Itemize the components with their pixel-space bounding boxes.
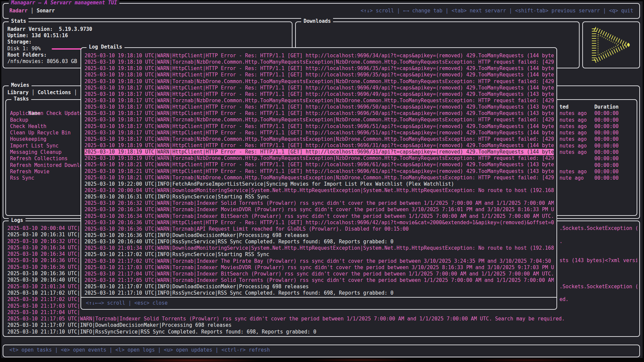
log-row-text: 2025-03-10 20:16:36 UTC| — [7, 270, 80, 277]
log-detail-line[interactable]: 2025-03-10 20:16:36 UTC|INFO|DownloadDec… — [85, 232, 554, 239]
log-detail-line[interactable]: 2025-03-10 19:18:19 UTC|WARN|HttpClient|… — [85, 142, 554, 149]
movies-panel-title: Movies — [9, 82, 32, 88]
task-name: Refresh Monitored Downlo — [10, 162, 83, 168]
task-name: Application Check Update — [10, 110, 83, 116]
log-detail-line[interactable]: 2025-03-10 21:17:02 UTC|WARN|Torznab|Ind… — [85, 258, 554, 264]
log-detail-line[interactable]: 2025-03-10 20:16:36 UTC|WARN|HttpClient|… — [85, 220, 554, 226]
log-detail-line[interactable]: 2025-03-10 20:16:34 UTC|WARN|Torznab|Ind… — [85, 206, 554, 213]
movies-tabs: Library │ Collections │ — [7, 89, 77, 96]
root-folder-path: /nfs/movies: 8056.03 GB f — [7, 58, 83, 64]
log-row-text: 2025-03-10 21:17:05 UTC|WARN|Torznab|Ind… — [7, 316, 565, 322]
log-detail-line[interactable]: 2025-03-10 19:18:17 UTC|WARN|Torznab|Nzb… — [85, 117, 554, 123]
log-details-modal[interactable]: Log Details 2025-03-10 19:18:10 UTC|WARN… — [80, 47, 557, 310]
log-details-lines[interactable]: 2025-03-10 19:18:10 UTC|WARN|HttpClient|… — [85, 53, 554, 296]
log-row-text: 2025-03-10 20:16:32 UTC| — [7, 238, 80, 244]
version-value: 5.19.3.9730 — [59, 26, 92, 32]
log-detail-line[interactable]: 2025-03-10 19:18:10 UTC|WARN|HttpClient|… — [85, 72, 554, 78]
task-duration: 00:00:00 — [594, 123, 619, 130]
task-name: Refresh Movie — [10, 169, 49, 175]
task-duration: 00:00:00 — [594, 162, 619, 169]
bottom-keybindings: <t> open tasks | <e> open events | <l> o… — [9, 347, 270, 353]
log-detail-line[interactable]: 2025-03-10 21:17:07 UTC|INFO|DownloadDec… — [85, 284, 554, 290]
task-last-executed: nutes ago — [559, 143, 587, 149]
play-triangle-icon — [590, 25, 632, 65]
log-detail-line[interactable]: 2025-03-10 19:18:17 UTC|WARN|HttpClient|… — [85, 91, 554, 98]
task-last-executed: nute ago — [559, 175, 584, 181]
log-detail-line[interactable]: 2025-03-10 20:16:34 UTC|WARN|Torznab|Ind… — [85, 213, 554, 220]
log-detail-line[interactable]: 2025-03-10 20:16:40 UTC|INFO|RssSyncServ… — [85, 239, 554, 245]
task-name: Clean Up Recycle Bin — [10, 130, 71, 136]
tasks-col-last-executed: ted — [559, 104, 569, 110]
tab-radarr[interactable]: Radarr — [9, 8, 28, 14]
log-detail-line[interactable]: 2025-03-10 20:16:36 UTC|WARN|Torznab|API… — [85, 226, 554, 232]
log-row[interactable]: 2025-03-10 21:17:10 UTC|INFO|RssSyncServ… — [7, 329, 637, 335]
task-last-executed: nutes ago — [559, 123, 587, 130]
uptime-value: 13d 01:51:16 — [32, 33, 68, 39]
downloads-panel-title: Downloads — [301, 18, 333, 24]
log-row-text: 2025-03-10 21:17:03 UTC| — [7, 303, 80, 309]
root-folders-label: Root Folders: — [7, 52, 47, 58]
log-detail-line[interactable]: 2025-03-10 19:18:17 UTC|WARN|HttpClient|… — [85, 123, 554, 130]
task-name: Messaging Cleanup — [10, 149, 62, 155]
log-detail-line[interactable]: 2025-03-10 19:18:17 UTC|WARN|HttpClient|… — [85, 130, 554, 136]
tasks-col-duration: Duration — [594, 104, 619, 110]
log-detail-line[interactable]: 2025-03-10 21:17:10 UTC|INFO|RssSyncServ… — [85, 290, 554, 296]
log-detail-line[interactable]: 2025-03-10 19:18:10 UTC|WARN|Torznab|Nzb… — [85, 59, 554, 65]
task-name: Check Health — [10, 123, 46, 129]
log-detail-line[interactable]: 2025-03-10 21:17:03 UTC|WARN|Torznab|Ind… — [85, 264, 554, 271]
log-details-keybindings: <↑↓←→> scroll | <esc> close — [81, 297, 556, 309]
managarr-logo — [582, 21, 640, 68]
log-row-text: 2025-03-10 20:16:36 UTC| — [7, 257, 80, 263]
log-detail-line[interactable]: 2025-03-10 19:18:17 UTC|WARN|Torznab|Nzb… — [85, 98, 554, 104]
task-duration: 00:00:00 — [594, 136, 619, 142]
log-detail-line[interactable]: 2025-03-10 20:16:31 UTC|INFO|RssSyncServ… — [85, 194, 554, 200]
tab-divider: │ — [71, 89, 77, 96]
app-title: Managarr — A Servarr management TUI — [9, 0, 119, 6]
log-detail-line[interactable]: 2025-03-10 21:17:02 UTC|INFO|RssSyncServ… — [85, 251, 554, 258]
log-details-title: Log Details — [87, 44, 124, 50]
tab-library[interactable]: Library — [7, 89, 29, 96]
log-detail-line[interactable]: 2025-03-10 19:18:10 UTC|WARN|Torznab|Nzb… — [85, 78, 554, 85]
log-detail-line[interactable]: 2025-03-10 21:01:34 UTC|WARN|DownloadMon… — [85, 245, 554, 251]
log-detail-line[interactable]: 2025-03-10 19:18:10 UTC|WARN|HttpClient|… — [85, 65, 554, 72]
log-detail-line[interactable]: 2025-03-10 19:22:00 UTC|INFO|FetchAndPar… — [85, 181, 554, 187]
log-row[interactable]: 2025-03-10 21:17:04 UTC| — [7, 309, 637, 316]
log-detail-line[interactable]: 2025-03-10 19:18:10 UTC|WARN|HttpClient|… — [85, 53, 554, 59]
log-detail-line[interactable]: 2025-03-10 20:16:32 UTC|WARN|Torznab|Ind… — [85, 200, 554, 206]
tab-collections[interactable]: Collections — [38, 89, 71, 96]
log-row-text: 2025-03-10 20:16:31 UTC| — [7, 232, 80, 238]
task-name: Backup — [10, 117, 28, 123]
task-last-executed: nutes ago — [559, 110, 587, 117]
task-name: Import List Sync — [10, 143, 59, 149]
log-detail-line[interactable]: 2025-03-10 19:18:17 UTC|WARN|HttpClient|… — [85, 104, 554, 110]
log-row-text: 2025-03-10 21:17:02 UTC| — [7, 296, 80, 302]
desktop-background-strip — [0, 358, 644, 362]
log-detail-line[interactable]: 2025-03-10 21:17:05 UTC|WARN|Torznab|Ind… — [85, 277, 554, 284]
log-detail-line[interactable]: 2025-03-10 19:18:21 UTC|WARN|HttpClient|… — [85, 162, 554, 168]
log-detail-line[interactable]: 2025-03-10 19:18:21 UTC|WARN|Torznab|Nzb… — [85, 175, 554, 181]
log-detail-line[interactable]: 2025-03-10 19:18:19 UTC|WARN|HttpClient|… — [85, 149, 554, 155]
log-detail-line[interactable]: 2025-03-10 19:18:17 UTC|WARN|HttpClient|… — [85, 110, 554, 117]
servarr-tabs: Radarr │ Sonarr — [9, 8, 55, 14]
log-detail-line[interactable]: 2025-03-10 20:00:04 UTC|WARN|DownloadMon… — [85, 187, 554, 194]
task-last-executed: nutes ago — [559, 136, 587, 142]
log-row-text: 2025-03-10 20:16:34 UTC| — [7, 245, 80, 251]
task-last-executed: nutes ago — [559, 130, 587, 136]
tab-sonarr[interactable]: Sonarr — [37, 8, 55, 14]
log-detail-line[interactable]: 2025-03-10 21:17:04 UTC|WARN|Torznab|Ind… — [85, 271, 554, 277]
task-duration: 00:00:00 — [594, 175, 619, 181]
storage-label: Storage: — [7, 39, 32, 45]
version-label: Radarr Version: — [7, 26, 53, 32]
stats-version-row: Radarr Version:5.19.3.9730 — [7, 26, 290, 33]
log-row-text: 2025-03-10 20:16:36 UTC| — [7, 264, 80, 270]
task-name: Rss Sync — [10, 175, 34, 181]
task-last-executed: nutes ago — [559, 149, 587, 156]
log-detail-line[interactable]: 2025-03-10 19:18:17 UTC|WARN|HttpClient|… — [85, 85, 554, 91]
log-detail-line[interactable]: 2025-03-10 19:18:19 UTC|WARN|Torznab|Nzb… — [85, 155, 554, 162]
log-detail-line[interactable]: 2025-03-10 19:18:17 UTC|WARN|Torznab|Nzb… — [85, 136, 554, 142]
log-detail-line[interactable]: 2025-03-10 19:18:21 UTC|WARN|HttpClient|… — [85, 168, 554, 175]
log-row[interactable]: 2025-03-10 21:17:05 UTC|WARN|Torznab|Ind… — [7, 316, 637, 322]
tab-divider: │ — [28, 8, 37, 14]
log-row[interactable]: 2025-03-10 21:17:07 UTC|INFO|DownloadDec… — [7, 322, 637, 328]
disk-usage-text: Disk 1: 90% — [7, 46, 41, 52]
